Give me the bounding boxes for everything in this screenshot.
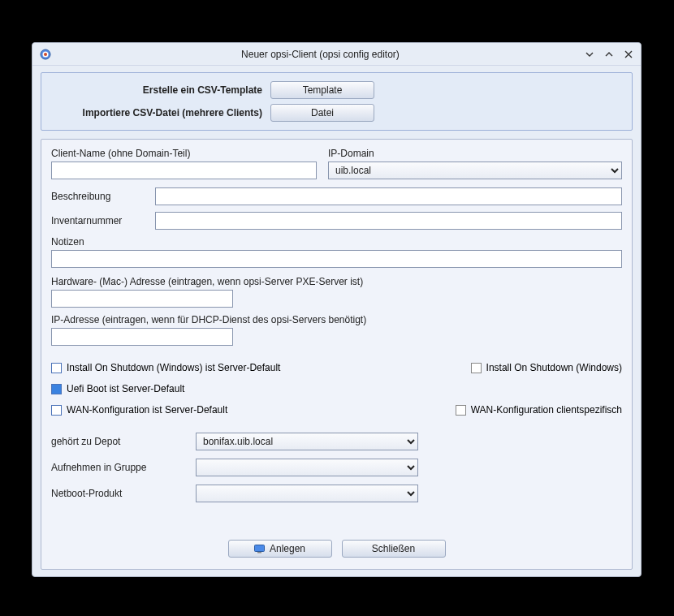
create-button[interactable]: Anlegen	[228, 540, 332, 558]
inventory-input[interactable]	[155, 212, 622, 230]
group-select[interactable]	[196, 459, 418, 476]
wan-default-checkbox[interactable]	[51, 405, 62, 416]
netboot-select[interactable]	[196, 485, 418, 502]
wan-default-label: WAN-Konfiguration ist Server-Default	[67, 404, 227, 416]
svg-rect-3	[254, 545, 264, 551]
ip-domain-select[interactable]: uib.local	[328, 162, 622, 179]
footer: Anlegen Schließen	[51, 528, 622, 561]
depot-label: gehört zu Depot	[51, 436, 196, 447]
csv-template-label: Erstelle ein CSV-Template	[51, 84, 270, 96]
file-button[interactable]: Datei	[270, 104, 374, 122]
client-name-input[interactable]	[51, 162, 317, 179]
client-name-label: Client-Name (ohne Domain-Teil)	[51, 148, 317, 159]
wan-client-label: WAN-Konfiguration clientspezifisch	[471, 404, 622, 416]
description-label: Beschreibung	[51, 191, 155, 202]
minimize-button[interactable]	[584, 49, 595, 60]
hwaddr-label: Hardware- (Mac-) Adresse (eintragen, wen…	[51, 276, 622, 287]
install-shutdown-default-checkbox[interactable]	[51, 363, 62, 373]
inventory-label: Inventarnummer	[51, 215, 155, 226]
install-shutdown-checkbox[interactable]	[471, 363, 482, 373]
ip-domain-label: IP-Domain	[328, 148, 622, 159]
app-icon	[39, 48, 52, 61]
ipaddr-input[interactable]	[51, 328, 233, 346]
notes-label: Notizen	[51, 236, 622, 248]
main-panel: Client-Name (ohne Domain-Teil) IP-Domain…	[41, 139, 633, 570]
close-button[interactable]	[623, 49, 634, 60]
install-shutdown-default-label: Install On Shutdown (Windows) ist Server…	[67, 362, 280, 373]
group-label: Aufnehmen in Gruppe	[51, 462, 196, 473]
monitor-icon	[254, 545, 265, 554]
uefi-default-label: Uefi Boot ist Server-Default	[67, 383, 184, 394]
svg-rect-4	[257, 552, 261, 554]
maximize-button[interactable]	[603, 49, 615, 60]
hwaddr-input[interactable]	[51, 290, 233, 308]
notes-input[interactable]	[51, 250, 622, 268]
svg-point-2	[44, 53, 47, 56]
wan-client-checkbox[interactable]	[456, 405, 466, 416]
window-title: Neuer opsi-Client (opsi config editor)	[57, 49, 584, 60]
ipaddr-label: IP-Adresse (eintragen, wenn für DHCP-Die…	[51, 314, 622, 325]
uefi-default-checkbox[interactable]	[51, 384, 62, 394]
depot-select[interactable]: bonifax.uib.local	[196, 433, 418, 450]
title-bar: Neuer opsi-Client (opsi config editor)	[32, 43, 641, 66]
netboot-label: Netboot-Produkt	[51, 488, 196, 499]
csv-panel: Erstelle ein CSV-Template Template Impor…	[41, 72, 633, 131]
close-dialog-button[interactable]: Schließen	[342, 540, 446, 558]
install-shutdown-label: Install On Shutdown (Windows)	[486, 362, 622, 373]
dialog-window: Neuer opsi-Client (opsi config editor) E…	[32, 42, 642, 577]
csv-import-label: Importiere CSV-Datei (mehrere Clients)	[51, 107, 270, 118]
description-input[interactable]	[155, 187, 622, 205]
template-button[interactable]: Template	[270, 81, 374, 99]
